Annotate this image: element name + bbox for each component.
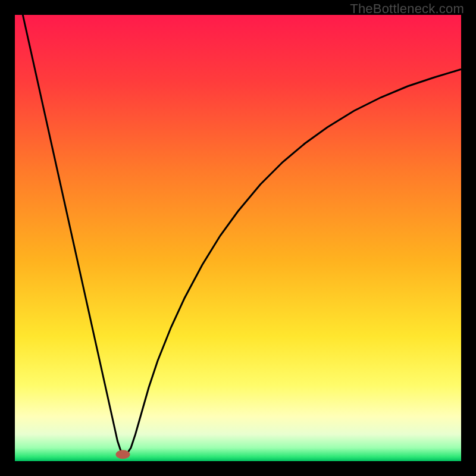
optimum-marker	[116, 450, 130, 459]
chart-frame: TheBottleneck.com	[0, 0, 476, 476]
gradient-background	[15, 15, 461, 461]
bottleneck-chart	[15, 15, 461, 461]
